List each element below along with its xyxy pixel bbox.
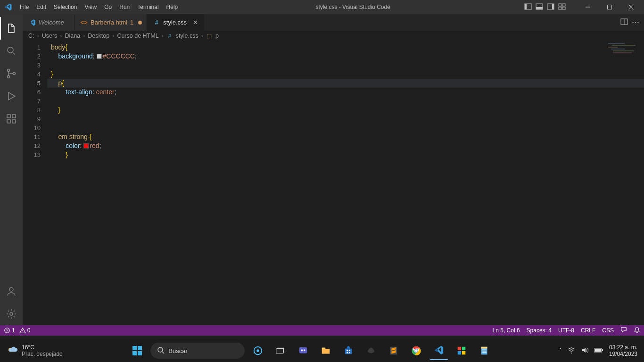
menu-go[interactable]: Go [100, 0, 116, 14]
battery-icon[interactable] [594, 347, 603, 354]
svg-rect-27 [138, 351, 142, 355]
svg-rect-39 [347, 352, 348, 354]
titlebar: File Edit Selection View Go Run Terminal… [0, 0, 644, 14]
symbol-icon: ⬚ [206, 33, 213, 39]
breadcrumb-symbol[interactable]: p [215, 33, 219, 39]
notepad-icon[interactable] [475, 341, 494, 360]
menu-file[interactable]: File [16, 0, 33, 14]
app-icon-1[interactable] [362, 341, 380, 360]
tab-label: style.css [163, 19, 187, 26]
search-icon[interactable] [0, 40, 23, 62]
svg-rect-24 [132, 346, 137, 350]
volume-icon[interactable] [581, 346, 588, 355]
code-editor[interactable]: 12345678910111213 body{ background: #CCC… [23, 41, 644, 325]
window-close-button[interactable] [620, 0, 642, 14]
tab-label: Barbería.html [91, 19, 127, 26]
svg-rect-38 [349, 350, 350, 351]
svg-point-13 [8, 76, 10, 78]
clock-time: 03:22 a. m. [609, 344, 637, 351]
sublime-text-icon[interactable] [384, 341, 403, 360]
feedback-icon[interactable] [620, 327, 627, 335]
search-placeholder: Buscar [168, 347, 187, 354]
breadcrumb[interactable]: C:› Users› Diana› Desktop› Curso de HTML… [23, 31, 644, 41]
taskbar-weather[interactable]: 16°C Prac. despejado [0, 344, 63, 357]
window-minimize-button[interactable] [577, 0, 599, 14]
status-indent[interactable]: Spaces: 4 [527, 327, 552, 334]
customize-layout-icon[interactable] [558, 3, 566, 12]
breadcrumb-segment[interactable]: Desktop [88, 33, 109, 39]
tray-chevron-icon[interactable]: ˄ [559, 347, 562, 354]
toggle-secondary-sidebar-icon[interactable] [547, 3, 554, 12]
minimap[interactable] [608, 43, 636, 62]
status-lncol[interactable]: Ln 5, Col 6 [493, 327, 520, 334]
svg-point-51 [571, 353, 572, 354]
svg-rect-53 [602, 349, 603, 351]
toggle-primary-sidebar-icon[interactable] [524, 3, 532, 12]
window-maximize-button[interactable] [599, 0, 620, 14]
svg-rect-54 [595, 349, 601, 352]
settings-gear-icon[interactable] [0, 303, 23, 325]
svg-point-30 [257, 349, 260, 352]
explorer-icon[interactable] [0, 17, 23, 40]
status-language[interactable]: CSS [602, 327, 614, 334]
menu-terminal[interactable]: Terminal [133, 0, 162, 14]
menu-view[interactable]: View [81, 0, 100, 14]
svg-rect-25 [138, 346, 142, 350]
svg-rect-26 [132, 351, 137, 355]
tab-style-css[interactable]: # style.css ✕ [147, 14, 204, 31]
more-actions-icon[interactable]: ⋯ [632, 18, 639, 27]
status-encoding[interactable]: UTF-8 [558, 327, 574, 334]
svg-rect-1 [525, 4, 527, 9]
taskbar-clock[interactable]: 03:22 a. m. 19/04/2023 [609, 344, 637, 357]
start-button[interactable] [128, 341, 147, 360]
notifications-icon[interactable] [634, 327, 640, 335]
tab-close-icon[interactable]: ✕ [191, 19, 199, 26]
copilot-icon[interactable] [248, 341, 267, 360]
extensions-icon[interactable] [0, 107, 23, 130]
menu-bar: File Edit Selection View Go Run Terminal… [16, 0, 182, 14]
svg-rect-8 [559, 7, 561, 9]
status-eol[interactable]: CRLF [581, 327, 595, 334]
tab-welcome[interactable]: Welcome [23, 14, 74, 31]
taskbar-search[interactable]: Buscar [150, 343, 245, 359]
statusbar: 1 0 Ln 5, Col 6 Spaces: 4 UTF-8 CRLF CSS [0, 325, 644, 336]
menu-selection[interactable]: Selection [50, 0, 81, 14]
menu-run[interactable]: Run [116, 0, 133, 14]
breadcrumb-segment[interactable]: C: [28, 33, 34, 39]
weather-temp: 16°C [22, 344, 63, 351]
svg-point-34 [301, 349, 303, 351]
svg-rect-37 [347, 350, 348, 351]
toggle-panel-icon[interactable] [536, 3, 543, 12]
breadcrumb-file[interactable]: style.css [176, 33, 198, 39]
wifi-icon[interactable] [568, 346, 575, 355]
chrome-icon[interactable] [407, 341, 426, 360]
tab-barberia-html[interactable]: <> Barbería.html 1 [74, 14, 147, 31]
svg-rect-45 [458, 347, 461, 350]
power-toys-icon[interactable] [452, 341, 471, 360]
breadcrumb-segment[interactable]: Diana [65, 33, 81, 39]
svg-rect-6 [559, 4, 561, 6]
svg-point-19 [9, 288, 13, 291]
svg-rect-15 [7, 115, 10, 118]
source-control-icon[interactable] [0, 62, 23, 85]
breadcrumb-segment[interactable]: Curso de HTML [117, 33, 158, 39]
split-editor-icon[interactable] [620, 18, 628, 27]
run-debug-icon[interactable] [0, 85, 23, 107]
status-problems[interactable]: 1 0 [4, 327, 30, 334]
vscode-logo-icon [28, 19, 36, 26]
file-explorer-icon[interactable] [316, 341, 335, 360]
microsoft-store-icon[interactable] [339, 341, 358, 360]
task-view-icon[interactable] [271, 341, 290, 360]
svg-rect-3 [536, 7, 543, 9]
tab-label: Welcome [39, 19, 64, 26]
vscode-app-icon[interactable] [429, 341, 448, 360]
menu-edit[interactable]: Edit [33, 0, 50, 14]
accounts-icon[interactable] [0, 280, 23, 303]
html-file-icon: <> [80, 19, 88, 26]
css-file-icon: # [153, 19, 160, 26]
code-content[interactable]: body{ background: #CCCCCC;} p{ text-alig… [47, 41, 644, 325]
breadcrumb-segment[interactable]: Users [42, 33, 58, 39]
menu-help[interactable]: Help [163, 0, 182, 14]
svg-point-12 [8, 69, 10, 72]
chat-app-icon[interactable] [294, 341, 313, 360]
